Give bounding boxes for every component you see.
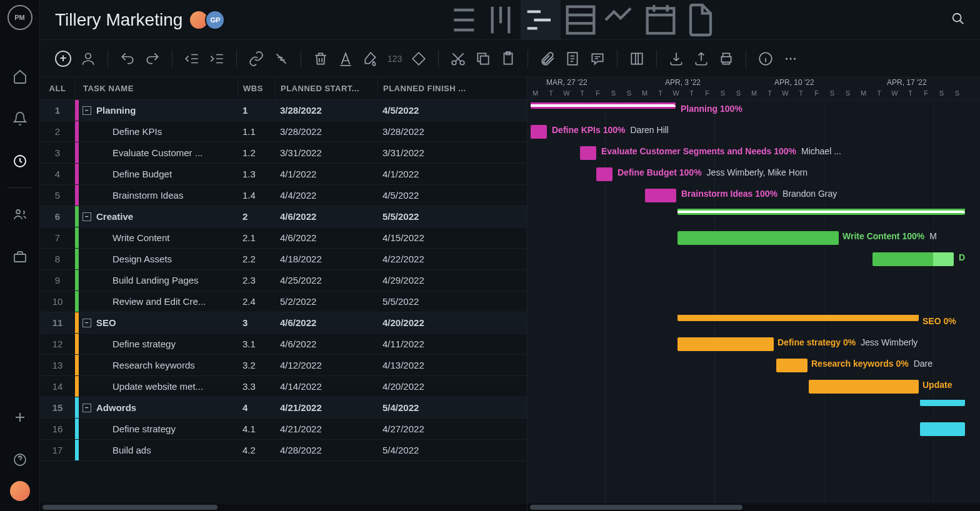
more-icon[interactable] <box>782 51 799 67</box>
paint-icon[interactable] <box>362 51 379 67</box>
gantt-bar[interactable] <box>678 231 839 245</box>
task-cell[interactable]: Write Content <box>79 227 238 248</box>
board-view-tab[interactable] <box>481 0 521 40</box>
search-icon[interactable] <box>951 12 965 28</box>
unlink-icon[interactable] <box>273 51 289 67</box>
collapse-icon[interactable]: − <box>82 106 91 115</box>
gantt-row[interactable]: Brainstorm Ideas 100%Brandon Gray <box>528 185 980 206</box>
notes-icon[interactable] <box>564 51 581 67</box>
add-task-button[interactable]: + <box>55 51 71 67</box>
task-cell[interactable]: −Planning <box>79 100 238 121</box>
table-row[interactable]: 3Evaluate Customer ...1.23/31/20223/31/2… <box>40 142 527 164</box>
import-icon[interactable] <box>668 51 684 67</box>
task-cell[interactable]: Build Landing Pages <box>79 270 238 290</box>
avatar-initials[interactable]: GP <box>205 10 225 30</box>
table-row[interactable]: 6−Creative24/6/20225/5/2022 <box>40 206 527 227</box>
gantt-body[interactable]: Planning 100%Define KPIs 100%Daren HillE… <box>528 100 980 504</box>
gantt-row[interactable] <box>528 419 980 440</box>
outdent-icon[interactable] <box>184 51 200 67</box>
print-icon[interactable] <box>718 51 734 67</box>
bell-icon[interactable] <box>12 111 28 126</box>
gantt-bar[interactable] <box>596 167 612 181</box>
table-row[interactable]: 8Design Assets2.24/18/20224/22/2022 <box>40 249 527 270</box>
help-icon[interactable] <box>12 452 28 467</box>
trash-icon[interactable] <box>312 51 329 67</box>
table-row[interactable]: 9Build Landing Pages2.34/25/20224/29/202… <box>40 270 527 291</box>
export-icon[interactable] <box>693 51 709 67</box>
text-icon[interactable] <box>338 51 354 67</box>
gantt-bar[interactable] <box>678 209 965 215</box>
gantt-row[interactable]: Define strategy 0%Jess Wimberly <box>528 334 980 355</box>
task-cell[interactable]: Research keywords <box>79 355 238 375</box>
task-cell[interactable]: Evaluate Customer ... <box>79 142 238 163</box>
collapse-icon[interactable]: − <box>82 319 91 327</box>
chart-view-tab[interactable] <box>601 0 641 40</box>
task-cell[interactable]: Review and Edit Cre... <box>79 291 238 312</box>
add-icon[interactable] <box>12 410 28 425</box>
gantt-row[interactable]: Research keywords 0%Dare <box>528 355 980 376</box>
col-start[interactable]: PLANNED START... <box>275 77 378 99</box>
table-row[interactable]: 13Research keywords3.24/12/20224/13/2022 <box>40 355 527 376</box>
task-cell[interactable]: −Adwords <box>79 397 238 418</box>
task-cell[interactable]: Define KPIs <box>79 121 238 142</box>
task-cell[interactable]: Define strategy <box>79 334 238 354</box>
diamond-icon[interactable] <box>411 51 427 67</box>
gantt-bar[interactable] <box>531 102 676 109</box>
gantt-row[interactable]: D <box>528 249 980 270</box>
briefcase-icon[interactable] <box>12 249 28 264</box>
gantt-row[interactable] <box>528 397 980 419</box>
col-task[interactable]: TASK NAME <box>75 77 238 99</box>
gantt-view-tab[interactable] <box>521 0 561 40</box>
home-icon[interactable] <box>12 69 28 84</box>
comment-icon[interactable] <box>589 51 606 67</box>
gantt-row[interactable] <box>528 291 980 312</box>
gantt-row[interactable]: Define KPIs 100%Daren Hill <box>528 121 980 142</box>
task-cell[interactable]: −Creative <box>79 206 238 227</box>
gantt-bar[interactable] <box>872 252 954 266</box>
gantt-bar[interactable] <box>920 400 965 406</box>
task-cell[interactable]: Define strategy <box>79 419 238 439</box>
copy-icon[interactable] <box>475 51 491 67</box>
paste-icon[interactable] <box>500 51 516 67</box>
calendar-view-tab[interactable] <box>641 0 681 40</box>
gantt-bar[interactable] <box>776 359 808 372</box>
gantt-bar[interactable] <box>580 146 596 160</box>
gantt-row[interactable]: Planning 100% <box>528 100 980 121</box>
table-row[interactable]: 4Define Budget1.34/1/20224/1/2022 <box>40 164 527 185</box>
gantt-bar[interactable] <box>678 337 774 351</box>
app-logo[interactable]: PM <box>8 5 32 30</box>
table-row[interactable]: 15−Adwords44/21/20225/4/2022 <box>40 397 527 419</box>
gantt-row[interactable]: Evaluate Customer Segments and Needs 100… <box>528 142 980 164</box>
table-row[interactable]: 17Build ads4.24/28/20225/4/2022 <box>40 440 527 461</box>
list-view-tab[interactable] <box>441 0 481 40</box>
table-row[interactable]: 12Define strategy3.14/6/20224/11/2022 <box>40 334 527 355</box>
task-cell[interactable]: Define Budget <box>79 164 238 184</box>
undo-icon[interactable] <box>119 51 136 67</box>
gantt-row[interactable]: Update <box>528 376 980 397</box>
indent-icon[interactable] <box>209 51 225 67</box>
info-icon[interactable] <box>758 51 774 67</box>
table-row[interactable]: 14Update website met...3.34/14/20224/20/… <box>40 376 527 397</box>
redo-icon[interactable] <box>144 51 161 67</box>
table-row[interactable]: 7Write Content2.14/6/20224/15/2022 <box>40 227 527 249</box>
sheet-view-tab[interactable] <box>561 0 601 40</box>
table-row[interactable]: 11−SEO34/6/20224/20/2022 <box>40 312 527 334</box>
file-view-tab[interactable] <box>681 0 721 40</box>
task-cell[interactable]: Brainstorm Ideas <box>79 185 238 206</box>
gantt-row[interactable]: SEO 0% <box>528 312 980 334</box>
gantt-row[interactable] <box>528 206 980 227</box>
task-cell[interactable]: Update website met... <box>79 376 238 397</box>
people-icon[interactable] <box>12 207 28 222</box>
gantt-row[interactable]: Write Content 100%M <box>528 227 980 249</box>
columns-icon[interactable] <box>629 51 645 67</box>
gantt-row[interactable] <box>528 440 980 461</box>
col-all[interactable]: ALL <box>40 77 75 99</box>
gantt-bar[interactable] <box>531 125 547 139</box>
collapse-icon[interactable]: − <box>82 212 91 221</box>
grid-hscroll[interactable] <box>40 504 527 511</box>
gantt-row[interactable] <box>528 270 980 291</box>
gantt-bar[interactable] <box>920 422 965 436</box>
gantt-bar[interactable] <box>809 380 919 394</box>
table-row[interactable]: 5Brainstorm Ideas1.44/4/20224/5/2022 <box>40 185 527 206</box>
attach-icon[interactable] <box>539 51 556 67</box>
